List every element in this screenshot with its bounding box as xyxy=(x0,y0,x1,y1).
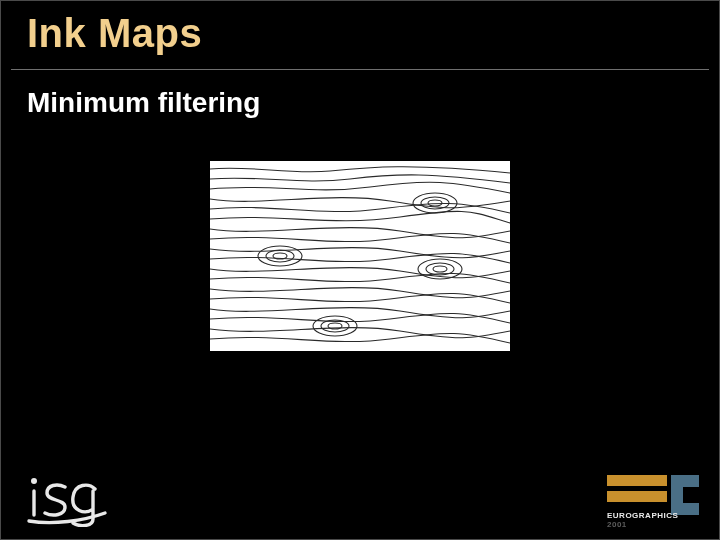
svg-point-13 xyxy=(31,478,37,484)
eg-c xyxy=(671,475,699,515)
slide: Ink Maps Minimum filtering xyxy=(0,0,720,540)
eg-mark xyxy=(607,475,699,515)
eurographics-logo: EUROGRAPHICS 2001 xyxy=(607,475,699,529)
isg-logo xyxy=(23,471,109,527)
eg-bar-top xyxy=(607,475,667,486)
eg-bar-bottom xyxy=(607,491,667,502)
eg-caption-grey: 2001 xyxy=(607,520,627,529)
eg-caption: EUROGRAPHICS 2001 xyxy=(607,511,699,529)
wood-grain-svg xyxy=(210,161,510,351)
eg-caption-white: EUROGRAPHICS xyxy=(607,511,678,520)
title-divider xyxy=(11,69,709,70)
wood-grain-figure xyxy=(210,161,510,351)
svg-rect-0 xyxy=(210,161,510,351)
slide-title: Ink Maps xyxy=(27,11,202,56)
slide-subtitle: Minimum filtering xyxy=(27,87,260,119)
